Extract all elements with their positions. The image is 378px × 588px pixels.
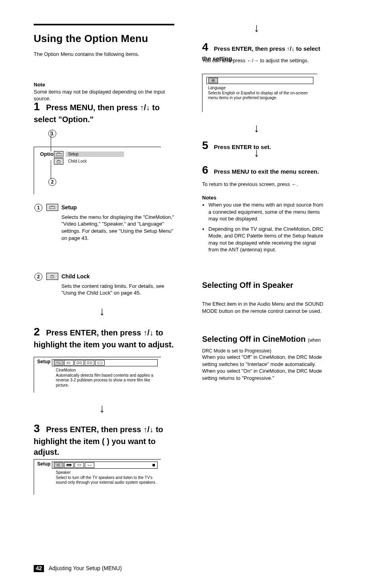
notes-list: When you use the menu with an input sour… (202, 201, 325, 257)
globe-icon (208, 78, 218, 83)
svg-rect-3 (51, 276, 54, 278)
return-icon (85, 462, 94, 468)
down-arrow-icon: ↓ (254, 22, 260, 34)
repeat-icon (64, 360, 74, 366)
subheading-cinemotion-off: Selecting Off in CineMotion (when DRC Mo… (202, 334, 325, 355)
note-item: When you use the menu with an input sour… (208, 201, 325, 222)
osd-option-menu: Option Setup Child Lock (34, 147, 161, 194)
osd-row-childlock-label: Child Lock (66, 159, 124, 164)
subheading-speaker-off-body: The Effect item in in the Audio Menu and… (202, 301, 325, 314)
osd-row-setup-label: Setup (66, 151, 124, 157)
lock-icon (54, 158, 63, 165)
drc2-icon (85, 360, 94, 366)
legend-1-text: Selects the menu for displaying the "Cin… (61, 214, 176, 241)
down-arrow-icon: ↓ (254, 122, 260, 134)
svg-rect-7 (90, 362, 92, 364)
svg-rect-8 (97, 362, 102, 364)
svg-rect-4 (77, 362, 79, 364)
note-item: Depending on the TV signal, the CineMoti… (208, 226, 325, 253)
subheading-speaker-off: Selecting Off in Speaker (202, 280, 325, 291)
step-4-body: You can also press ←/→ to adjust the set… (202, 57, 321, 64)
step-1-heading: 1 Press MENU, then press ↑/↓ to select "… (34, 99, 176, 125)
svg-rect-6 (87, 362, 89, 364)
svg-rect-2 (50, 207, 55, 209)
iconbar-caption: CineMotionAutomatically detects film bas… (56, 368, 157, 388)
legend-1: 1 Setup Selects the menu for displaying … (34, 204, 176, 241)
legend-2: 2 Child Lock Sets the content rating lim… (34, 273, 176, 297)
speaker-icon (54, 462, 63, 468)
legend-1-number: 1 (34, 204, 42, 212)
svg-text:BNR: BNR (67, 464, 71, 466)
osd-row-childlock: Child Lock (54, 158, 124, 165)
iconbar-strip: BNR ■ (52, 462, 158, 469)
page-title: Using the Option Menu (34, 32, 176, 46)
page-label: Adjusting Your Setup (MENU) (49, 565, 122, 572)
legend-1-title: Setup (61, 204, 176, 211)
plug-icon (74, 462, 84, 468)
legend-2-title: Child Lock (61, 273, 176, 280)
toolbox-icon (54, 151, 63, 157)
page-footer: 42 Adjusting Your Setup (MENU) (34, 565, 122, 572)
iconbar-strip (52, 359, 158, 366)
legend-2-number: 2 (34, 273, 42, 281)
svg-rect-11 (77, 464, 81, 466)
legend-2-text: Sets the content rating limits. For deta… (61, 283, 176, 297)
subheading-cinemotion-off-body: When you select "Off" in CineMotion, the… (202, 354, 325, 381)
iconbar-caption: SpeakerSelect to turn off the TV speaker… (56, 470, 157, 485)
down-arrow-icon: ↓ (99, 402, 105, 414)
iconbar-brand: Setup (37, 461, 50, 467)
iconbar-step2: Setup CineMotionAutomatically detects fi… (34, 357, 161, 393)
iconbar-brand: Setup (37, 358, 50, 365)
drc-icon (74, 360, 84, 366)
down-arrow-icon: ↓ (99, 305, 105, 317)
step-6-body: To return to the previous screen, press … (202, 181, 321, 188)
iconbar-step3: Setup BNR ■ SpeakerSelect to turn off th… (34, 459, 161, 495)
panel-caption: LanguageSelects English or Español to di… (208, 86, 313, 101)
svg-rect-5 (80, 362, 82, 364)
step-2-heading: 2 Press ENTER, then press ↑/↓ to highlig… (34, 324, 176, 350)
lock-icon (46, 273, 58, 280)
toolbox-icon (46, 204, 58, 211)
step-5-heading: 5 Press ENTER to set. (202, 138, 321, 153)
note-label: Note (34, 82, 45, 88)
osd-row-setup: Setup (54, 151, 124, 158)
step-6-heading: 6 Press MENU to exit the menu screen. (202, 163, 321, 178)
cinemotion-icon (54, 360, 63, 366)
page-subtitle: The Option Menu contains the following i… (34, 51, 176, 58)
bnr-icon: BNR (64, 462, 74, 468)
panel-language: LanguageSelects English or Español to di… (202, 74, 317, 112)
page-number: 42 (34, 565, 44, 572)
right-marker: ■ (152, 463, 156, 467)
keyboard-icon (95, 360, 105, 366)
notes-label: Notes (202, 194, 216, 201)
section-rule (34, 24, 174, 25)
callout-1-anchor: 1 (48, 130, 56, 138)
step-3-heading: 3 Press ENTER, then press ↑/↓ to highlig… (34, 421, 176, 458)
callout-leader-2 (51, 160, 51, 179)
svg-rect-1 (57, 161, 60, 163)
callout-leader-1 (51, 131, 51, 151)
svg-rect-0 (56, 153, 61, 155)
